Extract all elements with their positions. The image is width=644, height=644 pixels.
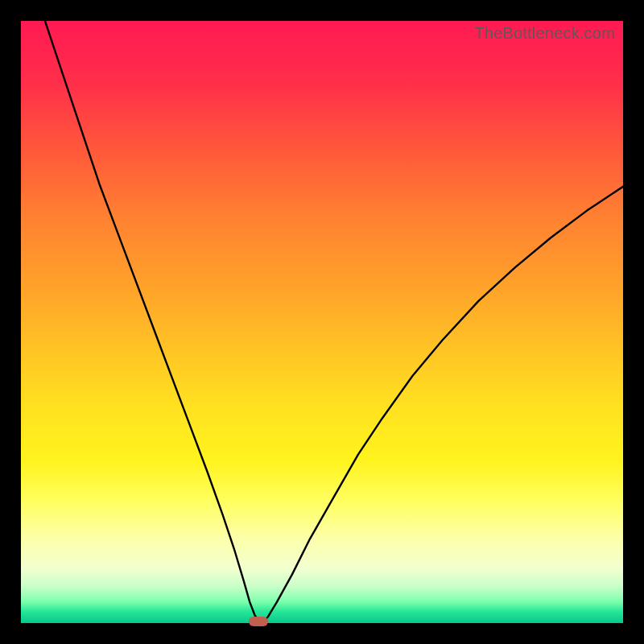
optimal-point-marker (249, 617, 268, 626)
bottleneck-curve (21, 21, 623, 623)
plot-area: TheBottleneck.com (21, 21, 623, 623)
chart-frame: TheBottleneck.com (0, 0, 644, 644)
